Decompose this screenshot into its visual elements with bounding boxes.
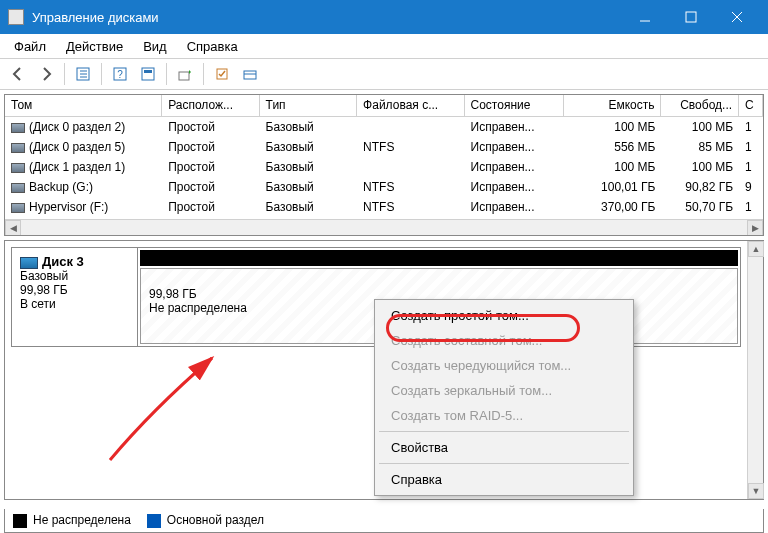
disk-type: Базовый [20, 269, 129, 283]
back-button[interactable] [6, 62, 30, 86]
show-tree-button[interactable] [71, 62, 95, 86]
col-layout[interactable]: Располож... [162, 95, 259, 116]
titlebar: Управление дисками [0, 0, 768, 34]
close-button[interactable] [714, 0, 760, 34]
ctx-create-spanned-volume: Создать составной том... [377, 328, 631, 353]
view-button[interactable] [136, 62, 160, 86]
settings-button[interactable] [210, 62, 234, 86]
help-button[interactable]: ? [108, 62, 132, 86]
col-free[interactable]: Свобод... [661, 95, 739, 116]
scroll-down-icon[interactable]: ▼ [748, 483, 764, 499]
menu-action[interactable]: Действие [56, 37, 133, 56]
disk-status: В сети [20, 297, 129, 311]
disk-size: 99,98 ГБ [20, 283, 129, 297]
legend-primary-swatch [147, 514, 161, 528]
context-menu: Создать простой том... Создать составной… [374, 299, 634, 496]
col-status[interactable]: Состояние [465, 95, 564, 116]
table-row[interactable]: Hypervisor (F:)ПростойБазовыйNTFSИсправе… [5, 197, 763, 217]
refresh-button[interactable] [173, 62, 197, 86]
svg-rect-11 [144, 70, 152, 73]
menu-file[interactable]: Файл [4, 37, 56, 56]
svg-rect-14 [244, 71, 256, 79]
menubar: Файл Действие Вид Справка [0, 34, 768, 58]
col-pct[interactable]: С [739, 95, 763, 116]
scroll-right-icon[interactable]: ▶ [747, 220, 763, 236]
disk-name: Диск 3 [42, 254, 84, 269]
svg-rect-12 [179, 72, 189, 80]
table-row[interactable]: Backup (G:)ПростойБазовыйNTFSИсправен...… [5, 177, 763, 197]
svg-rect-1 [686, 12, 696, 22]
toolbar: ? [0, 58, 768, 90]
disk-header: Диск 3 Базовый 99,98 ГБ В сети [12, 248, 138, 346]
col-volume[interactable]: Том [5, 95, 162, 116]
legend-unallocated-swatch [13, 514, 27, 528]
minimize-button[interactable] [622, 0, 668, 34]
list-button[interactable] [238, 62, 262, 86]
scroll-left-icon[interactable]: ◀ [5, 220, 21, 236]
volume-list: Том Располож... Тип Файловая с... Состоя… [4, 94, 764, 236]
scroll-up-icon[interactable]: ▲ [748, 241, 764, 257]
col-filesystem[interactable]: Файловая с... [357, 95, 464, 116]
legend-primary-label: Основной раздел [167, 513, 264, 527]
menu-help[interactable]: Справка [177, 37, 248, 56]
svg-rect-10 [142, 68, 154, 80]
legend: Не распределена Основной раздел [4, 509, 764, 533]
menu-view[interactable]: Вид [133, 37, 177, 56]
col-capacity[interactable]: Емкость [564, 95, 661, 116]
forward-button[interactable] [34, 62, 58, 86]
ctx-help[interactable]: Справка [377, 467, 631, 492]
window-title: Управление дисками [32, 10, 622, 25]
ctx-create-mirrored-volume: Создать зеркальный том... [377, 378, 631, 403]
ctx-properties[interactable]: Свойства [377, 435, 631, 460]
ctx-create-striped-volume: Создать чередующийся том... [377, 353, 631, 378]
table-row[interactable]: (Диск 0 раздел 5)ПростойБазовыйNTFSИспра… [5, 137, 763, 157]
table-row[interactable]: (Диск 1 раздел 1)ПростойБазовыйИсправен.… [5, 157, 763, 177]
horizontal-scrollbar[interactable]: ◀ ▶ [5, 219, 763, 235]
ctx-create-raid5-volume: Создать том RAID-5... [377, 403, 631, 428]
ctx-create-simple-volume[interactable]: Создать простой том... [377, 303, 631, 328]
maximize-button[interactable] [668, 0, 714, 34]
col-type[interactable]: Тип [260, 95, 357, 116]
column-headers: Том Располож... Тип Файловая с... Состоя… [5, 95, 763, 117]
vertical-scrollbar[interactable]: ▲ ▼ [747, 241, 763, 499]
table-row[interactable]: (Диск 0 раздел 2)ПростойБазовыйИсправен.… [5, 117, 763, 137]
legend-unallocated-label: Не распределена [33, 513, 131, 527]
svg-text:?: ? [117, 69, 123, 80]
disk-icon [20, 257, 38, 269]
app-icon [8, 9, 24, 25]
